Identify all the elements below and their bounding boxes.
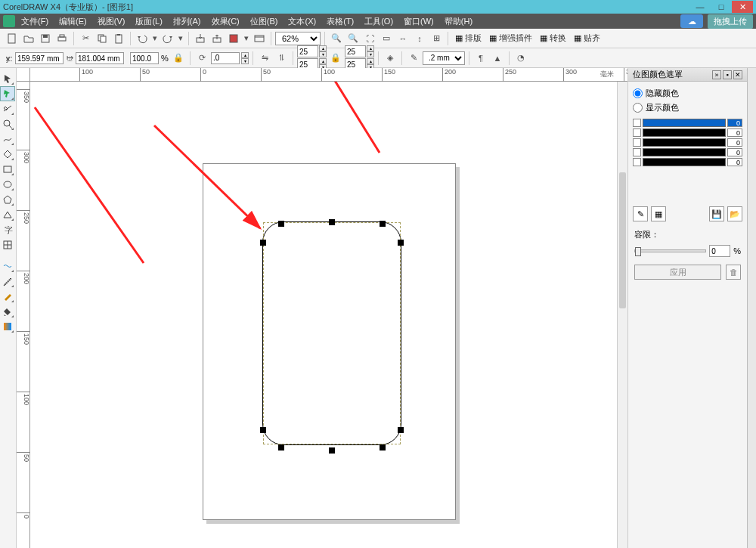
freehand-tool[interactable] [0,132,15,147]
paste-icon[interactable] [111,31,126,46]
interactive-fill-tool[interactable] [0,319,15,334]
scrollbar-thumb[interactable] [619,172,626,308]
mask-row-3[interactable]: 0 [633,138,742,147]
handle-tl-radius[interactable] [278,221,284,227]
outline-tool[interactable] [0,289,15,304]
radio-show-colors[interactable]: 显示颜色 [633,101,742,115]
mirror-v-icon[interactable]: ⥮ [274,51,289,66]
tr-spinner[interactable]: ▴▾ [367,45,374,57]
zoom-height-icon[interactable]: ↕ [412,31,427,46]
corner-tr-input[interactable] [345,45,366,57]
tolerance-input[interactable] [709,245,730,257]
fill-tool[interactable] [0,304,15,319]
table-tool[interactable] [0,237,15,252]
ruler-origin[interactable] [17,68,30,82]
crop-tool[interactable] [0,101,15,116]
tl-spinner[interactable]: ▴▾ [319,45,327,57]
convert-curve-icon[interactable]: ◔ [513,51,528,66]
rectangle-tool[interactable] [0,162,15,177]
handle-tr-radius[interactable] [380,221,386,227]
app-launcher-icon[interactable] [226,31,241,46]
mask-row-4[interactable]: 0 [633,147,742,157]
corner-lock-icon[interactable]: 🔒 [328,51,343,66]
menu-tools[interactable]: 工具(O) [360,14,398,29]
import-icon[interactable] [193,31,208,46]
menu-view[interactable]: 视图(V) [93,14,130,29]
upload-button[interactable]: 拖拽上传 [708,14,753,29]
menu-table[interactable]: 表格(T) [322,14,358,29]
minimize-button[interactable]: — [689,1,711,13]
menu-effects[interactable]: 效果(C) [207,14,244,29]
shape-tool[interactable] [0,86,15,101]
zoom-fit-icon[interactable]: ⛶ [362,31,377,46]
handle-s[interactable] [329,447,335,454]
redo-icon[interactable] [160,31,175,46]
interactive-tool[interactable] [0,259,15,274]
export-icon[interactable] [209,31,225,46]
close-button[interactable]: ✕ [732,1,753,13]
save-icon[interactable] [38,31,53,46]
maximize-button[interactable]: □ [711,1,732,13]
menu-edit[interactable]: 编辑(E) [54,14,91,29]
menu-layout[interactable]: 版面(L) [131,14,166,29]
mask-row-2[interactable]: 0 [633,128,742,138]
panel-collapse-icon[interactable]: » [712,70,721,79]
handle-se-corner[interactable] [398,427,404,433]
menu-window[interactable]: 窗口(W) [399,14,438,29]
handle-br-radius[interactable] [380,444,386,450]
docker-tab-strip[interactable] [747,68,756,548]
plugin-button[interactable]: ▦ 增强插件 [486,33,535,44]
cloud-icon[interactable]: ☁ [680,14,703,28]
rotation-input[interactable] [211,52,240,64]
apply-button[interactable]: 应用 [634,265,721,280]
eyedropper-mask-icon[interactable]: ✎ [633,206,648,221]
scale-y-input[interactable] [130,52,159,64]
rot-spinner[interactable]: ▴▾ [241,52,249,64]
undo-icon[interactable] [135,31,150,46]
menu-help[interactable]: 帮助(H) [440,14,477,29]
redo-dropdown-icon[interactable]: ▾ [177,31,184,46]
zoom-in-icon[interactable]: 🔍 [329,31,344,46]
canvas[interactable] [30,82,627,548]
trash-icon[interactable]: 🗑 [726,265,741,280]
copy-icon[interactable] [94,31,110,46]
mask-row-5[interactable]: 0 [633,157,742,167]
height-input[interactable] [76,52,124,64]
ruler-horizontal[interactable]: 毫米 10050050100150200250300350 [30,68,627,82]
zoom-select[interactable]: 62% [275,32,321,45]
zoom-page-icon[interactable]: ▭ [379,31,394,46]
menu-text[interactable]: 文本(X) [284,14,321,29]
to-front-icon[interactable]: ▲ [490,51,505,66]
open-icon[interactable] [21,31,36,46]
canvas-area[interactable]: 毫米 10050050100150200250300350 3503002502… [17,68,627,548]
stroke-width-select[interactable]: .2 mm [423,51,465,65]
handle-bl-radius[interactable] [278,444,284,450]
print-icon[interactable] [54,31,70,46]
menu-bitmap[interactable]: 位图(B) [246,14,283,29]
polygon-tool[interactable] [0,192,15,207]
mirror-h-icon[interactable]: ⇋ [257,51,272,66]
align-button[interactable]: ▦ 贴齐 [571,33,603,44]
eyedropper-tool[interactable] [0,274,15,289]
text-tool[interactable]: 字 [0,222,15,237]
welcome-icon[interactable] [252,31,267,46]
handle-sw-corner[interactable] [260,427,266,433]
save-mask-icon[interactable]: 💾 [709,206,724,221]
zoom-all-icon[interactable]: ⊞ [429,31,444,46]
basic-shapes-tool[interactable] [0,207,15,222]
pick-tool[interactable] [0,71,15,86]
handle-ne-corner[interactable] [398,240,404,246]
menu-file[interactable]: 文件(F) [17,14,53,29]
y-input[interactable] [15,52,64,64]
handle-nw-corner[interactable] [260,240,266,246]
new-icon[interactable] [5,31,20,46]
edit-color-icon[interactable]: ▦ [651,206,666,221]
wrap-text-icon[interactable]: ¶ [473,51,488,66]
smart-fill-tool[interactable] [0,147,15,162]
radio-hide-colors[interactable]: 隐藏颜色 [633,86,742,101]
cut-icon[interactable]: ✂ [78,31,93,46]
launcher-dropdown-icon[interactable]: ▾ [243,31,250,46]
panel-menu-icon[interactable]: ▪ [723,70,732,79]
mask-row-1[interactable]: 0 [633,118,742,128]
convert-button[interactable]: ▦ 转换 [537,33,569,44]
